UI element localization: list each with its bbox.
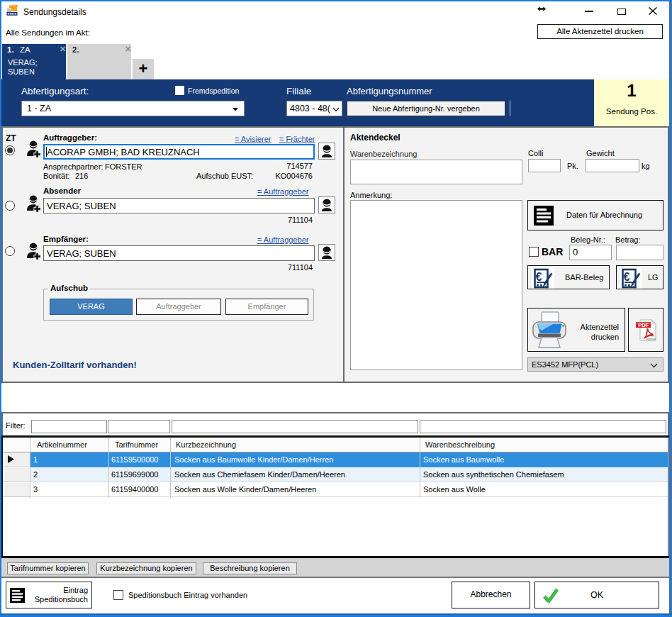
svg-text:€: € [536,271,542,283]
svg-text:PDF: PDF [638,322,649,328]
svg-text:Adobe: Adobe [646,338,656,341]
svg-text:€: € [624,271,630,283]
